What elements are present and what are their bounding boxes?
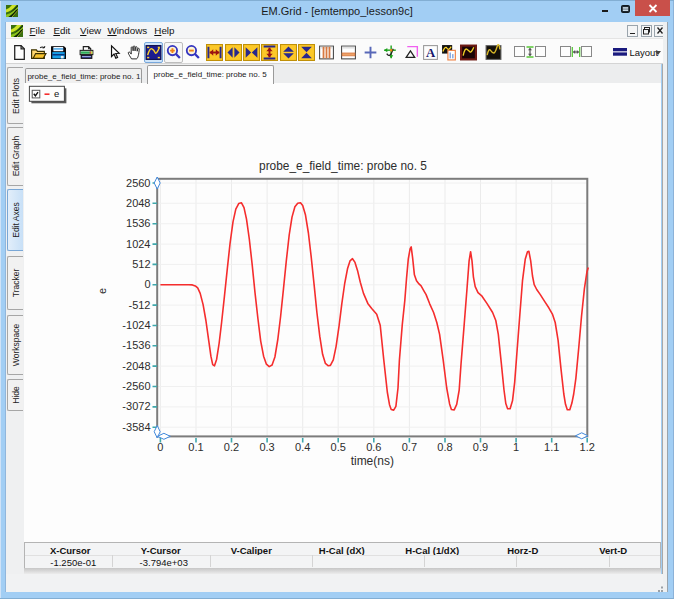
svg-text:0.2: 0.2 [224,441,239,453]
svg-text:512: 512 [132,258,150,270]
svg-text:0.7: 0.7 [402,441,417,453]
svg-text:-1536: -1536 [122,339,150,351]
svg-text:0.6: 0.6 [366,441,381,453]
svg-text:0.1: 0.1 [188,441,203,453]
svg-text:A: A [426,45,436,59]
svg-text:-2048: -2048 [122,360,150,372]
svg-text:0.9: 0.9 [473,441,488,453]
svg-text:time(ns): time(ns) [351,454,394,468]
svg-text:-512: -512 [128,299,150,311]
svg-text:-2560: -2560 [122,380,150,392]
svg-text:0.4: 0.4 [295,441,310,453]
svg-text:0: 0 [157,441,163,453]
svg-text:e: e [54,88,59,99]
svg-text:1: 1 [513,441,519,453]
svg-text:-3072: -3072 [122,400,150,412]
svg-text:0.5: 0.5 [331,441,346,453]
svg-text:-1024: -1024 [122,319,150,331]
svg-text:1536: 1536 [126,217,150,229]
svg-text:1.2: 1.2 [580,441,595,453]
svg-text:2048: 2048 [126,197,150,209]
svg-text:-3584: -3584 [122,421,150,433]
svg-text:0: 0 [144,278,150,290]
svg-text:probe_e_field_time: probe no.: probe_e_field_time: probe no. 5 [259,159,427,173]
svg-text:e: e [96,288,108,294]
svg-text:0.3: 0.3 [259,441,274,453]
svg-text:0.8: 0.8 [437,441,452,453]
svg-text:1024: 1024 [126,238,150,250]
svg-text:2560: 2560 [126,177,150,189]
svg-text:1.1: 1.1 [544,441,559,453]
